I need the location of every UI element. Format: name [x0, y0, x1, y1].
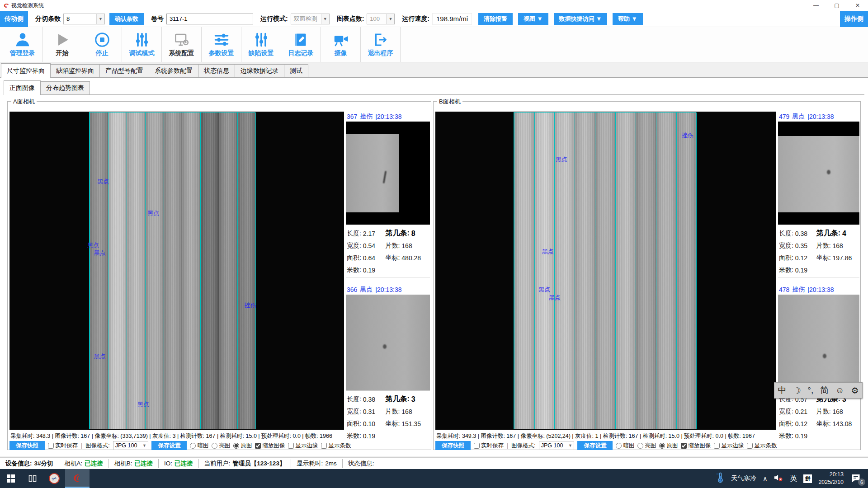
radio-input[interactable] — [190, 443, 196, 449]
option-checkbox-1[interactable]: 缩放图像 — [681, 442, 711, 450]
checkbox-input[interactable] — [474, 443, 480, 449]
toolbar-user-button[interactable]: 管理登录 — [3, 27, 42, 62]
field-value: 0.19 — [363, 267, 375, 274]
option-checkbox-1[interactable]: 缩放图像 — [255, 442, 285, 450]
ime-punctuation[interactable]: °, — [807, 385, 813, 395]
toolbar-slidersh-button[interactable]: 参数设置 — [202, 27, 241, 62]
toolbar-slidersv2-button[interactable]: 缺陷设置 — [241, 27, 281, 62]
save-settings-button[interactable]: 保存设置 — [577, 441, 613, 450]
save-snapshot-button[interactable]: 保存快照 — [435, 441, 471, 450]
gear-icon[interactable]: ⚙ — [851, 385, 859, 396]
app-taskbar-button[interactable] — [65, 469, 90, 488]
emoji-icon[interactable]: ☺ — [835, 385, 844, 395]
save-snapshot-button[interactable]: 保存快照 — [9, 441, 45, 450]
drive-side-button[interactable]: 传动侧 — [0, 11, 28, 27]
tab-main-1[interactable]: 尺寸监控界面 — [1, 63, 51, 78]
tab-main-5[interactable]: 状态信息 — [198, 64, 235, 77]
slit-count-select[interactable]: 8 ▼ — [63, 14, 105, 24]
save-settings-button[interactable]: 保存设置 — [151, 441, 187, 450]
snipping-tool-icon[interactable]: ✂ — [43, 469, 65, 488]
defect-thumbnail — [346, 122, 430, 225]
realtime-save-checkbox[interactable]: 实时保存 — [48, 442, 78, 450]
defect-card[interactable]: 367挫伤|20:13:38长度: 2.17第几条: 8宽度: 0.54片数: … — [346, 112, 430, 277]
radio-input[interactable] — [233, 443, 239, 449]
checkbox-input[interactable] — [321, 443, 327, 449]
checkbox-input[interactable] — [714, 443, 720, 449]
clear-alarm-button[interactable]: 清除报警 — [478, 13, 513, 25]
defect-card[interactable]: 479黑点|20:13:38长度: 0.38第几条: 4宽度: 0.35片数: … — [778, 112, 859, 277]
radio-input[interactable] — [616, 443, 622, 449]
field-label: 宽度: — [779, 408, 793, 416]
minimize-button[interactable]: — — [806, 0, 826, 11]
image-mode-radio-1[interactable]: 暗图 — [190, 442, 208, 450]
option-checkbox-3[interactable]: 显示条数 — [321, 442, 351, 450]
film-strip — [575, 113, 595, 429]
defect-card[interactable]: 366黑点|20:13:38长度: 0.38第几条: 3宽度: 0.31片数: … — [346, 285, 430, 443]
language-indicator[interactable]: 英 — [790, 474, 797, 483]
radio-input[interactable] — [637, 443, 643, 449]
field-label: 坐标: — [816, 420, 831, 428]
toolbar-stop-button[interactable]: 停止 — [82, 27, 122, 62]
checkbox-input[interactable] — [747, 443, 753, 449]
toolbar-button-label: 摄像 — [335, 49, 347, 57]
speaker-muted-icon[interactable] — [774, 473, 783, 484]
image-mode-radio-2[interactable]: 亮图 — [212, 442, 230, 450]
toolbar-button-label: 停止 — [96, 49, 108, 57]
toolbar-slidersv-button[interactable]: 调试模式 — [122, 27, 162, 62]
option-checkbox-2[interactable]: 显示边缘 — [714, 442, 744, 450]
clock[interactable]: 20:13 2025/2/10 — [818, 471, 844, 486]
tab-main-7[interactable]: 测试 — [284, 64, 308, 77]
tab-main-4[interactable]: 系统参数配置 — [149, 64, 198, 77]
tab-sub-2[interactable]: 分布趋势图表 — [40, 81, 90, 94]
task-view-icon[interactable] — [22, 469, 43, 488]
ime-mode-chinese[interactable]: 中 — [778, 385, 786, 396]
data-quick-access-button[interactable]: 数据快捷访问 ▼ — [554, 13, 607, 25]
defect-marker-label: 黑点 — [538, 286, 550, 294]
toolbar-play-button[interactable]: 开始 — [42, 27, 82, 62]
option-checkbox-3[interactable]: 显示条数 — [747, 442, 777, 450]
start-button[interactable] — [0, 469, 22, 488]
roll-number-input[interactable] — [166, 14, 253, 24]
tray-chevron-icon[interactable]: ∧ — [763, 475, 767, 482]
radio-input[interactable] — [659, 443, 665, 449]
realtime-save-checkbox[interactable]: 实时保存 — [474, 442, 504, 450]
thermometer-icon[interactable] — [716, 472, 725, 485]
checkbox-input[interactable] — [681, 443, 687, 449]
image-mode-radio-3[interactable]: 原图 — [233, 442, 252, 450]
chart-points-select[interactable]: 100 ▼ — [367, 14, 395, 24]
notification-center-icon[interactable]: 6 — [850, 473, 863, 484]
option-checkbox-2[interactable]: 显示边缘 — [288, 442, 318, 450]
radio-input[interactable] — [212, 443, 217, 449]
weather-text[interactable]: 天气寒冷 — [731, 474, 756, 483]
maximize-button[interactable]: ▢ — [826, 0, 847, 11]
defect-card[interactable]: 478挫伤|20:13:38长度: 0.57第几条: 3宽度: 0.21片数: … — [778, 285, 859, 443]
toolbar-monitor-button[interactable]: 系统配置 — [162, 27, 202, 62]
view-menu-button[interactable]: 视图 ▼ — [518, 13, 548, 25]
run-mode-select[interactable]: 双面检测 ▼ — [291, 14, 330, 24]
tab-sub-1[interactable]: 正面图像 — [4, 80, 41, 95]
toolbar-log-button[interactable]: 日志记录 — [281, 27, 321, 62]
ime-simplified[interactable]: 简 — [820, 385, 829, 396]
checkbox-input[interactable] — [48, 443, 54, 449]
image-format-select[interactable]: JPG 100▼ — [113, 441, 149, 450]
defect-marker-label: 黑点 — [549, 294, 561, 302]
tab-main-3[interactable]: 产品型号配置 — [99, 64, 149, 77]
toolbar-camera-button[interactable]: 摄像 — [321, 27, 361, 62]
moon-icon[interactable]: ☽ — [793, 385, 801, 396]
toolbar-exit-button[interactable]: 退出程序 — [361, 27, 401, 62]
ime-pinyin-badge[interactable]: 拼 — [803, 474, 812, 483]
close-button[interactable]: ✕ — [847, 0, 868, 11]
checkbox-input[interactable] — [255, 443, 261, 449]
tab-main-6[interactable]: 边缘数据记录 — [235, 64, 284, 77]
confirm-count-button[interactable]: 确认条数 — [109, 13, 144, 25]
help-menu-button[interactable]: 帮助 ▼ — [613, 13, 642, 25]
image-mode-radio-1[interactable]: 暗图 — [616, 442, 634, 450]
image-mode-radio-2[interactable]: 亮图 — [637, 442, 656, 450]
image-mode-radio-3[interactable]: 原图 — [659, 442, 678, 450]
defect-field-meters: 米数: 0.19 — [347, 264, 386, 276]
checkbox-input[interactable] — [288, 443, 294, 449]
field-label: 第几条: — [386, 229, 410, 238]
tab-main-2[interactable]: 缺陷监控界面 — [50, 64, 100, 77]
operator-side-button[interactable]: 操作侧 — [840, 11, 868, 27]
image-format-select[interactable]: JPG 100▼ — [539, 441, 575, 450]
